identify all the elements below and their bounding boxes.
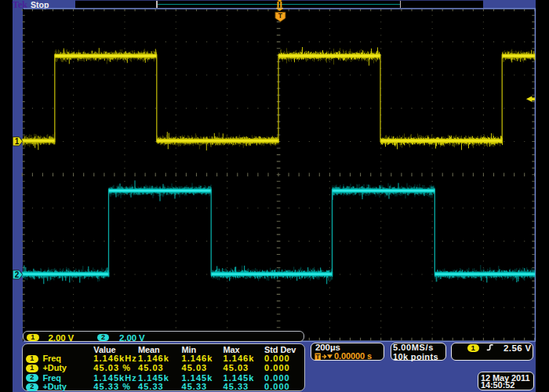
svg-text:T: T: [315, 353, 320, 361]
svg-text:2: 2: [15, 270, 20, 279]
svg-text:1: 1: [15, 137, 20, 146]
svg-text:T: T: [278, 12, 283, 20]
